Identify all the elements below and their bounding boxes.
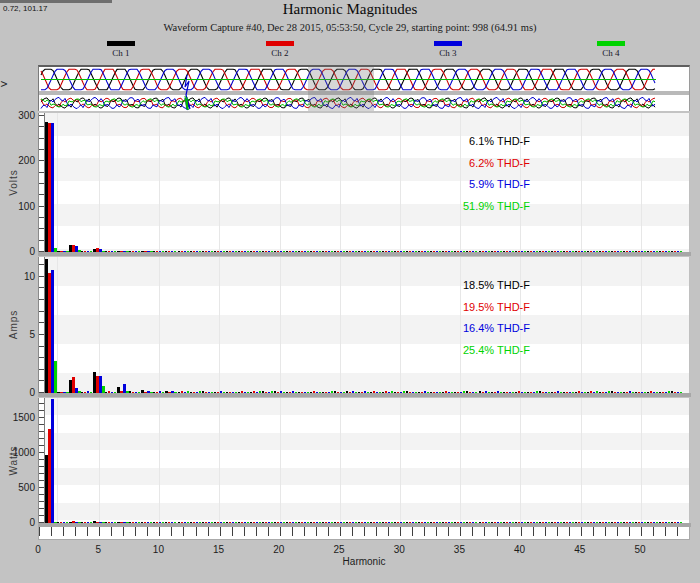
legend-item-ch1[interactable]: Ch 1	[99, 41, 143, 58]
x-tick-label-20: 20	[259, 544, 299, 555]
legend-label: Ch 2	[258, 48, 302, 58]
thd-annotations-amps: 18.5% THD-F19.5% THD-F16.4% THD-F25.4% T…	[392, 275, 530, 361]
y-tick-label-volts-200: 200	[2, 155, 35, 166]
x-tick-label-35: 35	[439, 544, 479, 555]
x-tick-label-50: 50	[620, 544, 660, 555]
legend-swatch	[266, 41, 294, 46]
thd-value-ch2: 19.5% THD-F	[392, 297, 530, 319]
y-axis-title-amps: Amps	[8, 295, 21, 355]
legend-swatch	[434, 41, 462, 46]
waveform-traces	[39, 67, 689, 111]
thd-value-ch3: 5.9% THD-F	[392, 174, 530, 196]
y-tick-label-amps-10: 10	[2, 271, 35, 282]
vertical-gridlines	[45, 398, 689, 523]
capture-subtitle: Waveform Capture #40, Dec 28 2015, 05:53…	[0, 22, 700, 33]
page-title: Harmonic Magnitudes	[0, 1, 700, 18]
x-tick-label-0: 0	[18, 544, 58, 555]
vertical-gridlines	[45, 257, 689, 393]
harmonic-axis-ruler	[38, 527, 690, 540]
y-tick-label-amps-5: 5	[2, 329, 35, 340]
harmonic-magnitudes-screen: 0.72, 101.17 Harmonic Magnitudes Wavefor…	[0, 0, 700, 583]
thd-value-ch1: 6.1% THD-F	[392, 131, 530, 153]
thd-value-ch4: 25.4% THD-F	[392, 340, 530, 362]
legend-item-ch2[interactable]: Ch 2	[258, 41, 302, 58]
plot-area-volts[interactable]	[44, 113, 690, 252]
x-tick-label-30: 30	[379, 544, 419, 555]
x-tick-label-40: 40	[500, 544, 540, 555]
thd-value-ch3: 16.4% THD-F	[392, 318, 530, 340]
thd-value-ch2: 6.2% THD-F	[392, 153, 530, 175]
plot-area-watts[interactable]	[44, 398, 690, 523]
y-tick-label-volts-0: 0	[2, 246, 35, 257]
y-tick-label-watts-1500: 1500	[2, 412, 35, 423]
waveform-panel[interactable]	[38, 65, 690, 111]
legend-item-ch3[interactable]: Ch 3	[426, 41, 470, 58]
legend-swatch	[107, 41, 135, 46]
harmonic-axis-title: Harmonic	[38, 556, 690, 567]
x-tick-label-45: 45	[560, 544, 600, 555]
vertical-gridlines	[45, 113, 689, 252]
zero-baseline	[38, 252, 691, 256]
legend-label: Ch 3	[426, 48, 470, 58]
legend-swatch	[597, 41, 625, 46]
x-tick-label-5: 5	[78, 544, 118, 555]
legend-item-ch4[interactable]: Ch 4	[589, 41, 633, 58]
plot-area-amps[interactable]	[44, 257, 690, 393]
y-tick-label-watts-0: 0	[2, 517, 35, 528]
y-tick-label-volts-300: 300	[2, 110, 35, 121]
harmonic-bar-h1-ch3	[51, 399, 54, 523]
x-tick-label-15: 15	[199, 544, 239, 555]
zero-baseline	[38, 393, 691, 397]
x-tick-label-25: 25	[319, 544, 359, 555]
waveform-axis-label: V	[0, 81, 9, 87]
legend-label: Ch 4	[589, 48, 633, 58]
y-tick-label-watts-500: 500	[2, 482, 35, 493]
y-tick-label-volts-100: 100	[2, 201, 35, 212]
y-tick-label-watts-1000: 1000	[2, 447, 35, 458]
thd-annotations-volts: 6.1% THD-F6.2% THD-F5.9% THD-F51.9% THD-…	[392, 131, 530, 217]
y-axis-title-watts: Watts	[8, 430, 21, 490]
thd-value-ch4: 51.9% THD-F	[392, 196, 530, 218]
harmonic-bar-h1-ch4	[54, 361, 57, 394]
y-tick-label-amps-0: 0	[2, 387, 35, 398]
thd-value-ch1: 18.5% THD-F	[392, 275, 530, 297]
harmonic-bar-h1-ch3	[51, 123, 54, 252]
legend-label: Ch 1	[99, 48, 143, 58]
x-tick-label-10: 10	[138, 544, 178, 555]
